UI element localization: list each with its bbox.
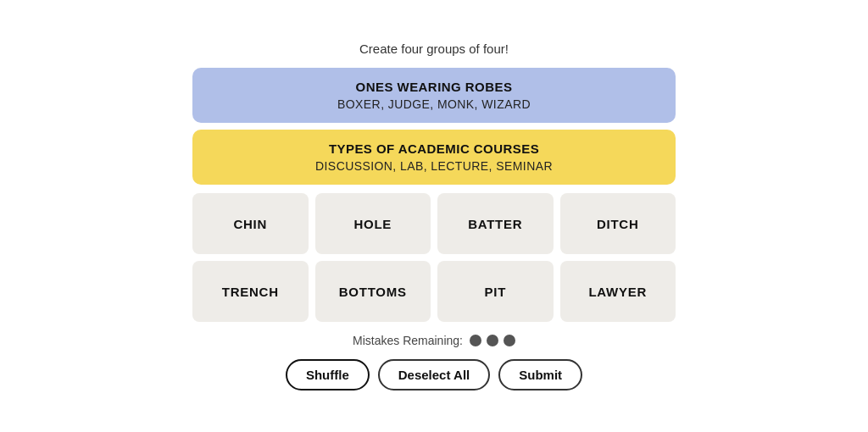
mistakes-row: Mistakes Remaining: xyxy=(353,334,515,347)
game-container: Create four groups of four! ONES WEARING… xyxy=(192,42,676,390)
tile-trench[interactable]: TRENCH xyxy=(192,261,309,322)
deselect-all-button[interactable]: Deselect All xyxy=(378,359,491,390)
solved-group-items-blue: BOXER, JUDGE, MONK, WIZARD xyxy=(209,97,659,111)
dots-container xyxy=(470,335,515,346)
mistakes-label: Mistakes Remaining: xyxy=(353,334,463,347)
shuffle-button[interactable]: Shuffle xyxy=(286,359,370,390)
submit-button[interactable]: Submit xyxy=(498,359,582,390)
tile-bottoms[interactable]: BOTTOMS xyxy=(315,261,431,322)
tile-ditch[interactable]: DITCH xyxy=(560,193,676,254)
buttons-row: Shuffle Deselect All Submit xyxy=(286,359,582,390)
tile-chin[interactable]: CHIN xyxy=(192,193,309,254)
mistake-dot-1 xyxy=(470,335,481,346)
solved-group-title-yellow: TYPES OF ACADEMIC COURSES xyxy=(209,141,659,156)
tile-lawyer[interactable]: LAWYER xyxy=(560,261,676,322)
tile-batter[interactable]: BATTER xyxy=(437,193,554,254)
solved-group-items-yellow: DISCUSSION, LAB, LECTURE, SEMINAR xyxy=(209,159,659,173)
tile-pit[interactable]: PIT xyxy=(437,261,554,322)
solved-group-title-blue: ONES WEARING ROBES xyxy=(209,80,659,94)
solved-group-yellow: TYPES OF ACADEMIC COURSES DISCUSSION, LA… xyxy=(192,130,676,185)
solved-group-blue: ONES WEARING ROBES BOXER, JUDGE, MONK, W… xyxy=(192,68,676,123)
instruction-text: Create four groups of four! xyxy=(359,42,509,56)
tiles-grid: CHINHOLEBATTERDITCHTRENCHBOTTOMSPITLAWYE… xyxy=(192,193,676,322)
mistake-dot-3 xyxy=(504,335,515,346)
mistake-dot-2 xyxy=(487,335,498,346)
tile-hole[interactable]: HOLE xyxy=(315,193,431,254)
